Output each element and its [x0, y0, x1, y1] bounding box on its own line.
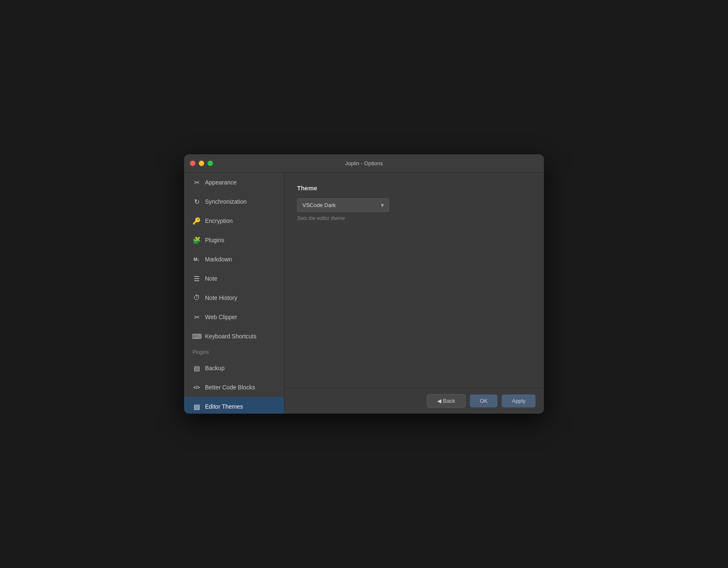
appearance-icon: ✂ — [192, 178, 201, 187]
sidebar-item-markdown[interactable]: M↓ Markdown — [184, 250, 284, 269]
sidebar-item-label: Markdown — [205, 256, 232, 263]
editor-themes-icon: ▤ — [192, 402, 201, 411]
sidebar-item-encryption[interactable]: 🔑 Encryption — [184, 211, 284, 230]
sidebar-item-web-clipper[interactable]: ✂ Web Clipper — [184, 307, 284, 327]
back-button[interactable]: ◀ Back — [427, 394, 466, 408]
main-panel: Theme VSCode Dark VSCode Light Dracula M… — [285, 173, 544, 388]
plugins-icon: 🧩 — [192, 236, 201, 244]
plugins-section-header: Plugins — [184, 346, 284, 358]
sidebar-item-synchronization[interactable]: ↻ Synchronization — [184, 192, 284, 211]
sidebar-item-label: Note — [205, 275, 218, 282]
sidebar-item-label: Backup — [205, 365, 225, 371]
synchronization-icon: ↻ — [192, 197, 201, 206]
markdown-icon: M↓ — [192, 255, 201, 264]
note-history-icon: ⏱ — [192, 294, 201, 302]
minimize-button[interactable] — [199, 161, 204, 166]
theme-select[interactable]: VSCode Dark VSCode Light Dracula Monokai… — [297, 198, 389, 212]
sidebar-item-label: Synchronization — [205, 198, 247, 205]
better-code-blocks-icon: </> — [192, 383, 201, 391]
theme-field-group: VSCode Dark VSCode Light Dracula Monokai… — [297, 198, 531, 221]
maximize-button[interactable] — [208, 161, 213, 166]
content-area: ✂ Appearance ↻ Synchronization 🔑 Encrypt… — [184, 173, 544, 414]
close-button[interactable] — [190, 161, 195, 166]
sidebar-item-note[interactable]: ☰ Note — [184, 269, 284, 288]
sidebar-item-keyboard-shortcuts[interactable]: ⌨ Keyboard Shortcuts — [184, 327, 284, 346]
sidebar-item-appearance[interactable]: ✂ Appearance — [184, 173, 284, 192]
sidebar-item-label: Encryption — [205, 217, 233, 224]
plugins-section-label: Plugins — [192, 349, 209, 355]
theme-select-wrapper: VSCode Dark VSCode Light Dracula Monokai… — [297, 198, 389, 212]
sidebar-item-label: Editor Themes — [205, 403, 243, 410]
web-clipper-icon: ✂ — [192, 313, 201, 321]
encryption-icon: 🔑 — [192, 217, 201, 225]
backup-icon: ▤ — [192, 364, 201, 372]
sidebar: ✂ Appearance ↻ Synchronization 🔑 Encrypt… — [184, 173, 285, 414]
sidebar-item-label: Appearance — [205, 179, 237, 186]
theme-hint: Sets the editor theme — [297, 215, 531, 221]
sidebar-item-label: Note History — [205, 294, 237, 301]
sidebar-item-better-code-blocks[interactable]: </> Better Code Blocks — [184, 378, 284, 397]
options-window: Joplin - Options ✂ Appearance ↻ Synchron… — [184, 154, 544, 414]
keyboard-shortcuts-icon: ⌨ — [192, 332, 201, 340]
sidebar-item-label: Plugins — [205, 237, 224, 243]
footer: ◀ Back OK Apply — [285, 388, 544, 414]
sidebar-item-editor-themes[interactable]: ▤ Editor Themes — [184, 397, 284, 414]
section-title: Theme — [297, 184, 531, 192]
sidebar-item-backup[interactable]: ▤ Backup — [184, 358, 284, 378]
ok-button[interactable]: OK — [470, 394, 498, 407]
sidebar-item-label: Web Clipper — [205, 314, 237, 320]
sidebar-item-plugins[interactable]: 🧩 Plugins — [184, 230, 284, 250]
apply-button[interactable]: Apply — [502, 394, 536, 407]
titlebar: Joplin - Options — [184, 154, 544, 173]
sidebar-item-label: Keyboard Shortcuts — [205, 333, 256, 340]
main-content: Theme VSCode Dark VSCode Light Dracula M… — [285, 173, 544, 414]
window-title: Joplin - Options — [345, 160, 383, 166]
sidebar-item-label: Better Code Blocks — [205, 384, 255, 391]
note-icon: ☰ — [192, 274, 201, 283]
sidebar-item-note-history[interactable]: ⏱ Note History — [184, 288, 284, 307]
traffic-lights — [190, 161, 213, 166]
